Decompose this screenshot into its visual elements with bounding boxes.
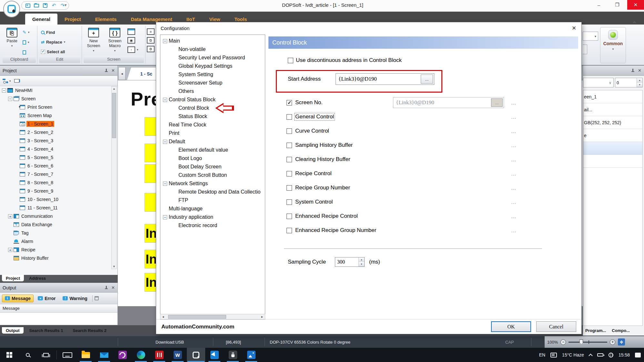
output-filter-button[interactable]: Error	[35, 295, 58, 302]
expand-toggle-icon[interactable]	[8, 214, 12, 218]
taskbar-app[interactable]	[150, 348, 168, 362]
row-ellipsis[interactable]: ...	[511, 157, 516, 162]
spin-down-icon[interactable]: ▼	[359, 262, 364, 266]
project-tree-item[interactable]: Alarm	[0, 237, 111, 246]
scrollbar-thumb[interactable]	[112, 93, 116, 138]
project-tree-item[interactable]: 10 - Screen_10	[0, 195, 111, 204]
panel-tab[interactable]: Compo...	[610, 327, 631, 334]
property-row[interactable]	[583, 142, 642, 155]
paste-button[interactable]: ⎘ Paste▾	[3, 28, 21, 47]
ribbon-tab[interactable]: General	[25, 14, 57, 25]
gear-icon[interactable]: ⚙	[147, 46, 155, 52]
spinner-input[interactable]	[615, 78, 637, 87]
project-tree-item[interactable]: Screen Map	[0, 111, 111, 120]
scroll-right-icon[interactable]: ►	[261, 315, 264, 318]
spin-up-icon[interactable]: ▲	[359, 257, 364, 262]
ribbon-tab[interactable]: Elements	[88, 14, 124, 25]
expand-toggle-icon[interactable]	[163, 182, 167, 186]
option-checkbox[interactable]	[287, 214, 292, 219]
configuration-tree-item[interactable]: System Setting	[160, 70, 265, 79]
start-button[interactable]	[0, 348, 18, 362]
close-icon[interactable]: ✕	[638, 69, 641, 72]
expand-toggle-icon[interactable]	[163, 39, 167, 43]
row-ellipsis[interactable]: ...	[511, 199, 516, 205]
pin-icon[interactable]	[631, 69, 635, 72]
project-tree-item[interactable]: Tag	[0, 229, 111, 237]
taskbar-app[interactable]	[205, 348, 224, 362]
taskbar-app[interactable]	[95, 348, 113, 362]
sampling-cycle-spinner[interactable]: ▲▼	[335, 257, 365, 267]
zoom-in-icon[interactable]: +	[610, 339, 615, 345]
output-filter-button[interactable]: Message	[2, 295, 34, 302]
screen-group-icon[interactable]	[127, 28, 135, 35]
taskbar-app[interactable]	[168, 348, 187, 362]
configuration-tree-item[interactable]: Global Keypad Settings	[160, 62, 265, 70]
property-row[interactable]: ail...	[583, 103, 642, 116]
configuration-tree-item[interactable]: Network Settings	[160, 179, 265, 188]
configuration-tree-item[interactable]: Element default value	[160, 146, 265, 154]
task-view-button[interactable]	[37, 348, 55, 362]
format-painter-button[interactable]: ✎▾	[23, 28, 29, 36]
pin-icon[interactable]	[105, 286, 108, 289]
customize-toolbar-icon[interactable]: ▾	[65, 3, 67, 7]
select-all-button[interactable]: Select all	[41, 48, 65, 55]
show-hidden-icons-icon[interactable]	[589, 354, 593, 358]
screen-capture-icon[interactable]: ◉	[127, 37, 135, 44]
project-tree-item[interactable]: 2 - Screen_2	[0, 128, 111, 136]
option-checkbox[interactable]	[287, 128, 292, 134]
property-row[interactable]: een_1	[583, 90, 642, 103]
project-tree-item[interactable]: 5 - Screen_5	[0, 153, 111, 162]
panel-tab[interactable]: Program...	[584, 327, 607, 334]
expand-toggle-icon[interactable]	[163, 215, 167, 219]
project-tree-item[interactable]: 3 - Screen_3	[0, 136, 111, 145]
battery-icon[interactable]	[597, 353, 603, 357]
property-dropdown[interactable]: ∨	[583, 78, 614, 87]
configuration-tree-item[interactable]: FTP	[160, 196, 265, 205]
taskbar-app[interactable]	[224, 348, 242, 362]
project-tree-item[interactable]: 4 - Screen_4	[0, 145, 111, 153]
news-icon[interactable]	[550, 353, 557, 357]
output-filter-button[interactable]: Warning	[60, 295, 90, 302]
sampling-cycle-input[interactable]	[335, 257, 358, 266]
panel-tab[interactable]: Address	[25, 275, 50, 281]
clear-output-icon[interactable]	[95, 296, 99, 300]
option-checkbox[interactable]	[287, 228, 292, 233]
close-button[interactable]: ✕	[627, 0, 644, 10]
option-checkbox[interactable]	[287, 143, 292, 148]
row-ellipsis[interactable]: ...	[511, 100, 516, 106]
panel-tab[interactable]: Search Results 1	[25, 327, 67, 334]
expand-toggle-icon[interactable]	[163, 98, 167, 102]
scroll-up-icon[interactable]: ▲	[113, 87, 116, 90]
project-tree-item[interactable]: 6 - Screen_6	[0, 162, 111, 170]
common-button[interactable]: Common ▾	[600, 27, 626, 63]
project-tree-item[interactable]: NewHMI	[0, 86, 111, 95]
screen-macro-button[interactable]: { } Screen Macro▾	[106, 28, 124, 52]
taskbar-app[interactable]	[76, 348, 95, 362]
row-ellipsis[interactable]: ...	[511, 143, 516, 148]
project-tree-item[interactable]: History Buffer	[0, 254, 111, 262]
property-row[interactable]: e	[583, 129, 642, 142]
row-ellipsis[interactable]: ...	[511, 171, 516, 176]
network-icon[interactable]: ⧉	[147, 37, 155, 44]
row-ellipsis[interactable]: ...	[511, 214, 516, 219]
taskbar-app[interactable]	[113, 348, 132, 362]
project-tree-item[interactable]: Print Screen	[0, 103, 111, 111]
undo-icon[interactable]: ↶	[51, 3, 57, 8]
clock[interactable]: 15:58	[619, 352, 630, 357]
rename-icon[interactable]	[14, 79, 19, 83]
option-checkbox[interactable]	[287, 171, 292, 176]
discontinuous-address-checkbox[interactable]	[288, 58, 293, 63]
configuration-tree-item[interactable]: Main	[160, 37, 265, 45]
weather-widget[interactable]: 15°C Haze	[562, 352, 584, 357]
expand-toggle-icon[interactable]	[8, 97, 12, 101]
save-icon[interactable]	[42, 3, 48, 8]
expand-toggle-icon[interactable]	[2, 88, 6, 93]
address-input[interactable]	[393, 99, 491, 106]
property-row[interactable]	[583, 155, 642, 168]
spin-down-icon[interactable]: ▼	[637, 83, 642, 87]
scroll-down-icon[interactable]: ▼	[113, 265, 116, 268]
dialog-close-icon[interactable]: ✕	[570, 24, 578, 32]
scroll-left-icon[interactable]: ◄	[162, 315, 165, 318]
configuration-tree-item[interactable]: Industry application	[160, 213, 265, 221]
expand-toggle-icon[interactable]	[163, 140, 167, 144]
